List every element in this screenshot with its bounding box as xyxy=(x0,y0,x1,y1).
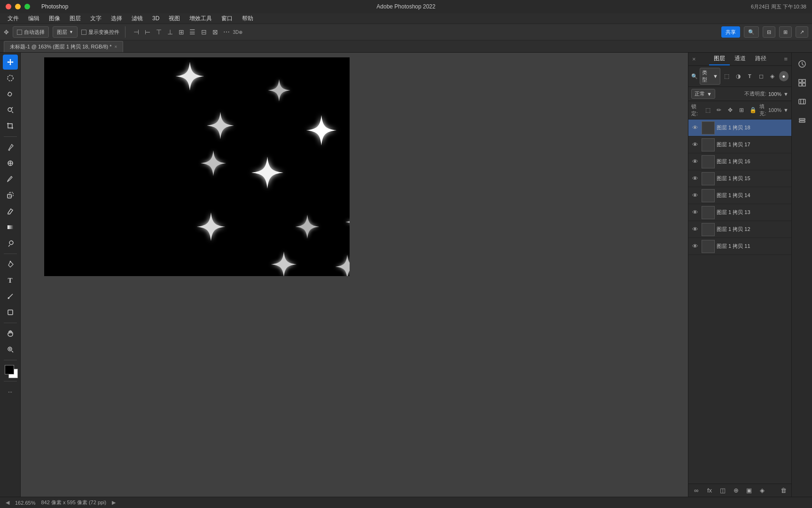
menu-view[interactable]: 视图 xyxy=(165,14,184,23)
tab-channels[interactable]: 通道 xyxy=(730,53,750,65)
workspace-btn[interactable]: ⊟ xyxy=(763,26,775,38)
auto-select-checkbox[interactable]: 自动选择 xyxy=(13,26,49,38)
align-center-h-btn[interactable]: ⊢ xyxy=(142,27,153,37)
share-button[interactable]: 共享 xyxy=(721,26,740,38)
filter-shape-btn[interactable]: ◻ xyxy=(756,71,765,81)
lock-move-btn[interactable]: ✥ xyxy=(726,105,735,115)
adjust-panel-icon[interactable] xyxy=(795,94,810,109)
hand-tool-btn[interactable] xyxy=(3,326,18,341)
filter-pixel-btn[interactable]: ⬚ xyxy=(722,71,732,81)
extra-tools-btn[interactable]: ··· xyxy=(3,384,18,399)
layer-item[interactable]: 👁 图层 1 拷贝 13 xyxy=(688,204,791,221)
menu-file[interactable]: 文件 xyxy=(4,14,23,23)
filter-adjustment-btn[interactable]: ◑ xyxy=(734,71,743,81)
layer-dropdown[interactable]: 图层 ▼ xyxy=(53,26,78,38)
menu-help[interactable]: 帮助 xyxy=(238,14,257,23)
export-btn[interactable]: ↗ xyxy=(796,26,808,38)
layer-visibility-toggle[interactable]: 👁 xyxy=(690,242,700,251)
plugins-btn[interactable]: ⊞ xyxy=(779,26,792,38)
opacity-value[interactable]: 100% xyxy=(768,91,781,97)
eyedropper-tool-btn[interactable] xyxy=(3,140,18,155)
link-layers-btn[interactable]: ∞ xyxy=(691,485,702,496)
add-adjustment-btn[interactable]: ⊕ xyxy=(731,485,741,496)
history-panel-icon[interactable] xyxy=(795,56,810,71)
layer-visibility-toggle[interactable]: 👁 xyxy=(690,123,700,133)
crop-tool-btn[interactable] xyxy=(3,119,18,134)
zoom-tool-btn[interactable] xyxy=(3,342,18,357)
tab-layers[interactable]: 图层 xyxy=(709,53,730,65)
layers-panel-close[interactable]: × xyxy=(692,56,696,63)
align-right-btn[interactable]: ⊤ xyxy=(154,27,164,37)
blend-mode-dropdown[interactable]: 正常 ▼ xyxy=(691,89,715,99)
main-canvas[interactable] xyxy=(44,57,350,276)
layer-visibility-toggle[interactable]: 👁 xyxy=(690,140,700,150)
grid-panel-icon[interactable] xyxy=(795,75,810,90)
more-options-btn[interactable]: ⋯ xyxy=(221,27,232,37)
align-bottom-btn[interactable]: ☰ xyxy=(187,27,198,37)
filter-type-dropdown[interactable]: 类型 ▼ xyxy=(700,68,720,85)
menu-image[interactable]: 图像 xyxy=(45,14,64,23)
menu-filter[interactable]: 滤镜 xyxy=(128,14,147,23)
fill-value[interactable]: 100% xyxy=(768,107,781,113)
filter-smart-btn[interactable]: ◈ xyxy=(768,71,777,81)
layers-panel-icon[interactable] xyxy=(795,113,810,128)
status-right-arrow[interactable]: ▶ xyxy=(112,500,116,506)
search-btn[interactable]: 🔍 xyxy=(744,26,759,38)
layer-visibility-toggle[interactable]: 👁 xyxy=(690,191,700,200)
heal-tool-btn[interactable] xyxy=(3,156,18,171)
align-left-btn[interactable]: ⊣ xyxy=(131,27,141,37)
menu-window[interactable]: 窗口 xyxy=(218,14,236,23)
menu-3d[interactable]: 3D xyxy=(148,14,163,23)
filter-toggle-btn[interactable]: ● xyxy=(779,71,789,81)
add-style-btn[interactable]: fx xyxy=(704,485,715,496)
lock-transparent-btn[interactable]: ⬚ xyxy=(703,105,712,115)
lock-artboard-btn[interactable]: ⊞ xyxy=(737,105,746,115)
move-tool-btn[interactable] xyxy=(3,55,18,70)
lasso-tool-btn[interactable] xyxy=(3,87,18,102)
add-mask-btn[interactable]: ◫ xyxy=(718,485,728,496)
pen-tool-btn[interactable] xyxy=(3,257,18,272)
app-menu-photoshop[interactable]: Photoshop xyxy=(41,3,68,10)
maximize-button[interactable] xyxy=(24,4,30,9)
layer-item[interactable]: 👁 图层 1 拷贝 18 xyxy=(688,119,791,136)
add-group-btn[interactable]: ▣ xyxy=(744,485,754,496)
dodge-tool-btn[interactable] xyxy=(3,236,18,251)
distribute-h-btn[interactable]: ⊟ xyxy=(199,27,209,37)
menu-edit[interactable]: 编辑 xyxy=(24,14,43,23)
path-select-tool-btn[interactable] xyxy=(3,289,18,304)
tab-paths[interactable]: 路径 xyxy=(750,53,771,65)
layer-item[interactable]: 👁 图层 1 拷贝 12 xyxy=(688,221,791,238)
distribute-v-btn[interactable]: ⊠ xyxy=(210,27,220,37)
layer-item[interactable]: 👁 图层 1 拷贝 17 xyxy=(688,136,791,153)
layer-visibility-toggle[interactable]: 👁 xyxy=(690,157,700,167)
color-swatch[interactable] xyxy=(3,363,18,378)
menu-layer[interactable]: 图层 xyxy=(66,14,85,23)
layers-panel-menu[interactable]: ≡ xyxy=(784,56,788,63)
foreground-color-swatch[interactable] xyxy=(5,365,14,374)
align-center-v-btn[interactable]: ⊞ xyxy=(176,27,187,37)
layer-item[interactable]: 👁 图层 1 拷贝 14 xyxy=(688,187,791,204)
layer-visibility-toggle[interactable]: 👁 xyxy=(690,208,700,217)
document-tab-close[interactable]: × xyxy=(115,44,117,49)
menu-select[interactable]: 选择 xyxy=(107,14,126,23)
layer-item[interactable]: 👁 图层 1 拷贝 11 xyxy=(688,238,791,255)
align-top-btn[interactable]: ⊥ xyxy=(165,27,175,37)
clone-tool-btn[interactable] xyxy=(3,188,18,203)
layer-item[interactable]: 👁 图层 1 拷贝 16 xyxy=(688,153,791,170)
add-layer-btn[interactable]: ◈ xyxy=(757,485,767,496)
status-left-arrow[interactable]: ◀ xyxy=(6,500,9,506)
3d-mode-btn[interactable]: 3D⊕ xyxy=(233,27,243,37)
eraser-tool-btn[interactable] xyxy=(3,204,18,219)
quick-select-tool-btn[interactable] xyxy=(3,103,18,118)
lock-all-btn[interactable]: 🔒 xyxy=(748,105,757,115)
layer-visibility-toggle[interactable]: 👁 xyxy=(690,174,700,183)
delete-layer-btn[interactable]: 🗑 xyxy=(778,485,789,496)
marquee-tool-btn[interactable] xyxy=(3,71,18,86)
document-tab[interactable]: 未标题-1 @ 163% (图层 1 拷贝 18, RGB/8) * × xyxy=(4,41,123,52)
filter-text-btn[interactable]: T xyxy=(745,71,754,81)
minimize-button[interactable] xyxy=(15,4,21,9)
lock-paint-btn[interactable]: ✏ xyxy=(714,105,724,115)
menu-plugins[interactable]: 增效工具 xyxy=(186,14,216,23)
text-tool-btn[interactable]: T xyxy=(3,273,18,288)
brush-tool-btn[interactable] xyxy=(3,172,18,187)
